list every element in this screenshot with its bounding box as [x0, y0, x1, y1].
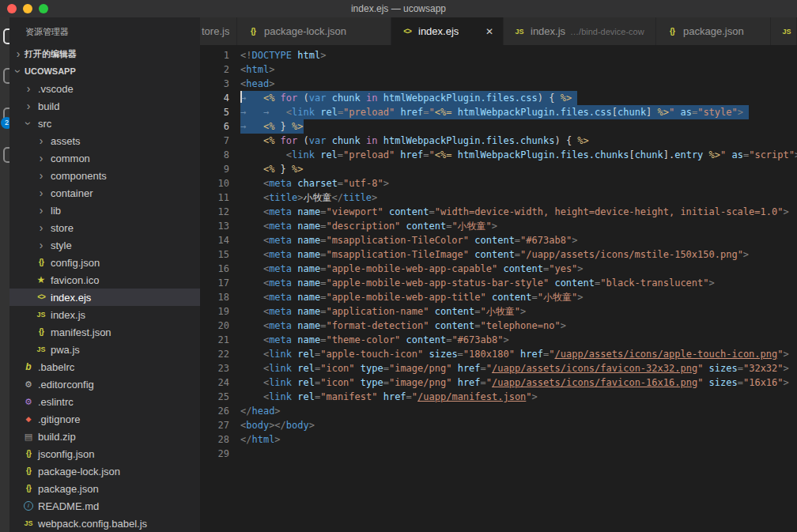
code-line-2[interactable]: 2<html> [200, 62, 797, 77]
line-number[interactable]: 7 [200, 134, 229, 148]
tab-close-icon[interactable]: ✕ [485, 26, 493, 37]
tree-item-.editorconfig[interactable]: ⚙.editorconfig [9, 375, 200, 393]
code-line-10[interactable]: 10 <meta charset="utf-8"> [200, 176, 797, 191]
code-line-27[interactable]: 27<body></body> [200, 418, 797, 432]
line-number[interactable]: 16 [200, 262, 229, 276]
tree-item-index.ejs[interactable]: <>index.ejs [9, 289, 200, 306]
code-line-25[interactable]: 25 <link rel="manifest" href="/uapp/mani… [200, 390, 797, 404]
code-line-22[interactable]: 22 <link rel="apple-touch-icon" sizes="1… [200, 347, 797, 361]
tree-item-pwa.js[interactable]: JSpwa.js [9, 341, 200, 358]
line-number[interactable]: 13 [200, 219, 229, 233]
code-line-17[interactable]: 17 <meta name="apple-mobile-web-app-stat… [200, 276, 797, 290]
line-number[interactable]: 3 [200, 77, 229, 91]
line-number[interactable]: 23 [200, 361, 229, 375]
code-line-18[interactable]: 18 <meta name="apple-mobile-web-app-titl… [200, 290, 797, 304]
line-number[interactable]: 21 [200, 333, 229, 347]
tree-item-lib[interactable]: ›lib [9, 202, 200, 219]
debug-icon[interactable] [3, 147, 9, 163]
activity-bar[interactable]: 2 [0, 17, 9, 532]
line-number[interactable]: 14 [200, 233, 229, 247]
line-number[interactable]: 19 [200, 304, 229, 319]
code-line-19[interactable]: 19 <meta name="application-name" content… [200, 304, 797, 319]
explorer-icon[interactable] [3, 28, 9, 44]
tree-item-.gitignore[interactable]: ◆.gitignore [9, 410, 200, 428]
line-number[interactable]: 11 [200, 191, 229, 205]
tab-package.json[interactable]: {}package.json [656, 17, 771, 45]
code-line-16[interactable]: 16 <meta name="apple-mobile-web-app-capa… [200, 262, 797, 276]
code-line-5[interactable]: 5→ → <link rel="preload" href="<%= htmlW… [200, 105, 797, 119]
tree-item-container[interactable]: ›container [9, 184, 200, 202]
tab-package-lock.json[interactable]: {}package-lock.json [237, 17, 391, 45]
search-icon[interactable] [3, 68, 9, 84]
tab-index.js[interactable]: JSindex.js…/bind-device-cow [504, 17, 656, 45]
tree-item-manifest.json[interactable]: {}manifest.json [9, 323, 200, 341]
code-line-4[interactable]: 4→ <% for (var chunk in htmlWebpackPlugi… [200, 91, 797, 105]
code-editor[interactable]: 1<!DOCTYPE html>2<html>3<head>4→ <% for … [200, 45, 797, 461]
tab-tore.js[interactable]: tore.js [200, 17, 237, 45]
tree-item-README.md[interactable]: iREADME.md [9, 497, 200, 515]
tree-item-assets[interactable]: ›assets [9, 132, 200, 149]
tree-item-style[interactable]: ›style [9, 236, 200, 254]
code-line-29[interactable]: 29 [200, 447, 797, 461]
tree-item-.vscode[interactable]: ›.vscode [9, 80, 200, 97]
line-number[interactable]: 8 [200, 148, 229, 162]
code-line-20[interactable]: 20 <meta name="format-detection" content… [200, 319, 797, 333]
line-number[interactable]: 22 [200, 347, 229, 361]
open-editors-section-header[interactable]: › 打开的编辑器 [9, 45, 200, 62]
close-window-button[interactable] [7, 4, 17, 13]
tree-item-package.json[interactable]: {}package.json [9, 480, 200, 497]
code-line-1[interactable]: 1<!DOCTYPE html> [200, 48, 797, 62]
tree-item-.babelrc[interactable]: b.babelrc [9, 358, 200, 375]
tree-item-webpack.config.babel.js[interactable]: JSwebpack.config.babel.js [9, 515, 200, 532]
code-line-12[interactable]: 12 <meta name="viewport" content="width=… [200, 205, 797, 219]
code-line-15[interactable]: 15 <meta name="msapplication-TileImage" … [200, 247, 797, 262]
line-number[interactable]: 25 [200, 390, 229, 404]
line-number[interactable]: 6 [200, 119, 229, 134]
line-number[interactable]: 10 [200, 176, 229, 191]
line-number[interactable]: 5 [200, 105, 229, 119]
code-line-28[interactable]: 28</html> [200, 432, 797, 447]
tree-item-favicon.ico[interactable]: ★favicon.ico [9, 271, 200, 289]
workspace-section-header[interactable]: › UCOWSAPP [9, 62, 200, 80]
tree-item-package-lock.json[interactable]: {}package-lock.json [9, 462, 200, 480]
line-number[interactable]: 27 [200, 418, 229, 432]
line-number[interactable]: 1 [200, 48, 229, 62]
code-line-24[interactable]: 24 <link rel="icon" type="image/png" hre… [200, 375, 797, 390]
code-line-6[interactable]: 6→ <% } %> [200, 119, 797, 134]
line-number[interactable]: 26 [200, 404, 229, 418]
code-line-21[interactable]: 21 <meta name="theme-color" content="#67… [200, 333, 797, 347]
tree-item-.eslintrc[interactable]: ⚙.eslintrc [9, 393, 200, 410]
line-number[interactable]: 20 [200, 319, 229, 333]
code-line-11[interactable]: 11 <title>小牧童</title> [200, 191, 797, 205]
tree-item-build.zip[interactable]: ▤build.zip [9, 428, 200, 445]
code-line-8[interactable]: 8 <link rel="preload" href="<%= htmlWebp… [200, 148, 797, 162]
tree-item-build[interactable]: ›build [9, 97, 200, 115]
line-number[interactable]: 15 [200, 247, 229, 262]
code-line-14[interactable]: 14 <meta name="msapplication-TileColor" … [200, 233, 797, 247]
tab-index.ejs[interactable]: <>index.ejs✕ [391, 17, 504, 45]
minimize-window-button[interactable] [23, 4, 32, 13]
tree-item-src[interactable]: ›src [9, 115, 200, 132]
line-number[interactable]: 4 [200, 91, 229, 105]
tree-item-jsconfig.json[interactable]: {}jsconfig.json [9, 445, 200, 462]
line-number[interactable]: 28 [200, 432, 229, 447]
code-line-7[interactable]: 7 <% for (var chunk in htmlWebpackPlugin… [200, 134, 797, 148]
code-line-9[interactable]: 9 <% } %> [200, 162, 797, 176]
tree-item-config.json[interactable]: {}config.json [9, 254, 200, 271]
line-number[interactable]: 2 [200, 62, 229, 77]
line-number[interactable]: 18 [200, 290, 229, 304]
line-number[interactable]: 24 [200, 375, 229, 390]
tab-partial[interactable]: JS [771, 17, 797, 45]
zoom-window-button[interactable] [39, 4, 48, 13]
line-number[interactable]: 29 [200, 447, 229, 461]
code-line-26[interactable]: 26</head> [200, 404, 797, 418]
code-line-23[interactable]: 23 <link rel="icon" type="image/png" hre… [200, 361, 797, 375]
line-number[interactable]: 9 [200, 162, 229, 176]
tree-item-store[interactable]: ›store [9, 219, 200, 236]
code-line-3[interactable]: 3<head> [200, 77, 797, 91]
line-number[interactable]: 17 [200, 276, 229, 290]
code-line-13[interactable]: 13 <meta name="description" content="小牧童… [200, 219, 797, 233]
tree-item-common[interactable]: ›common [9, 149, 200, 167]
tree-item-components[interactable]: ›components [9, 167, 200, 184]
tree-item-index.js[interactable]: JSindex.js [9, 306, 200, 323]
